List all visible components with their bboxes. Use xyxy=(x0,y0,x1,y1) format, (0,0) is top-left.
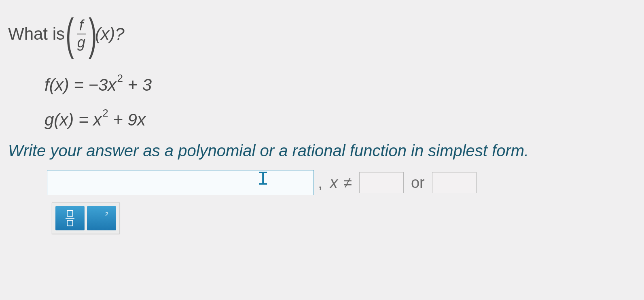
fraction-numerator: f xyxy=(77,17,86,34)
or-label: or xyxy=(411,174,425,191)
fraction-denominator: g xyxy=(75,34,88,51)
fraction-button[interactable] xyxy=(55,206,85,230)
answer-input[interactable] xyxy=(47,170,314,195)
fraction-icon xyxy=(66,210,74,226)
answer-row: I , x ≠ or xyxy=(47,170,636,195)
fg-fraction: f g xyxy=(75,17,88,50)
left-paren: ( xyxy=(66,16,74,52)
question-prefix: What is xyxy=(8,24,65,44)
not-equal-icon: ≠ xyxy=(343,174,352,191)
question-suffix: (x)? xyxy=(95,24,124,44)
f-of-x: f(x) = −3x2 + 3 xyxy=(44,72,636,95)
main-input-wrap: I xyxy=(47,170,314,195)
exclude-value-1-input[interactable] xyxy=(359,172,404,193)
g-expr-tail: + 9x xyxy=(108,110,146,129)
comma: , xyxy=(318,174,322,192)
x-variable: x xyxy=(330,174,338,192)
g-of-x: g(x) = x2 + 9x xyxy=(44,107,636,130)
question-line: What is ( f g ) (x)? xyxy=(8,16,636,52)
g-expr-head: g(x) = x xyxy=(44,110,102,129)
math-toolbar: 2 xyxy=(52,202,120,234)
f-expr-head: f(x) = −3x xyxy=(44,75,116,94)
instruction-text: Write your answer as a polynomial or a r… xyxy=(8,142,636,160)
exclude-value-2-input[interactable] xyxy=(432,172,477,193)
exponent-label: 2 xyxy=(105,211,108,217)
exponent-button[interactable]: 2 xyxy=(87,206,116,230)
right-paren: ) xyxy=(89,16,97,52)
g-exponent: 2 xyxy=(102,107,108,119)
f-exponent: 2 xyxy=(117,72,123,84)
f-expr-tail: + 3 xyxy=(123,75,152,94)
